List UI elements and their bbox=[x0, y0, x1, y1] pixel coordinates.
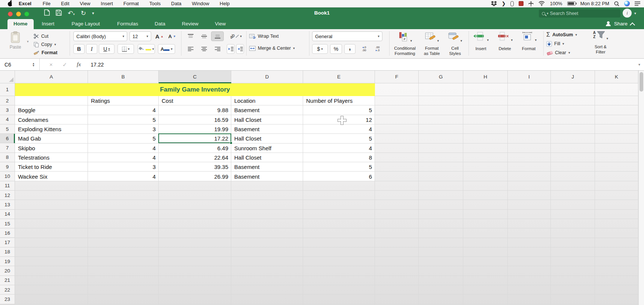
column-header-B[interactable]: B bbox=[88, 71, 159, 83]
column-header-E[interactable]: E bbox=[303, 71, 375, 83]
menu-item-edit[interactable]: Edit bbox=[56, 1, 74, 6]
cell-A4[interactable]: Codenames bbox=[18, 115, 85, 124]
merge-dropdown-icon[interactable]: ▾ bbox=[293, 46, 295, 50]
merged-title-cell[interactable]: Family Game Inventory bbox=[15, 83, 375, 96]
column-header-H[interactable]: H bbox=[463, 71, 508, 83]
row-header-14[interactable]: 14 bbox=[0, 210, 15, 219]
menu-item-data[interactable]: Data bbox=[166, 1, 186, 6]
cell-B2[interactable]: Ratings bbox=[91, 96, 156, 105]
cell-D5[interactable]: Basement bbox=[234, 124, 300, 134]
row-header-12[interactable]: 12 bbox=[0, 191, 15, 200]
menu-item-excel[interactable]: Excel bbox=[13, 1, 37, 6]
move-crosshair-icon[interactable] bbox=[528, 1, 534, 6]
cell-C9[interactable]: 39.35 bbox=[162, 162, 228, 172]
scrollbar-thumb[interactable] bbox=[640, 72, 643, 92]
vertical-scrollbar[interactable] bbox=[638, 71, 644, 305]
tab-review[interactable]: Review bbox=[177, 19, 204, 29]
cell-A9[interactable]: Ticket to Ride bbox=[18, 162, 85, 172]
tab-home[interactable]: Home bbox=[7, 19, 34, 29]
row-header-4[interactable]: 4 bbox=[0, 115, 15, 124]
info-dropdown-icon[interactable]: ▾ bbox=[634, 11, 636, 15]
clear-dropdown-icon[interactable]: ▾ bbox=[568, 51, 570, 55]
chevron-right-icon[interactable]: ❯ bbox=[502, 1, 506, 6]
bold-button[interactable]: B bbox=[73, 44, 85, 54]
cell-D7[interactable]: Sunroom Shelf bbox=[234, 144, 300, 153]
row-header-19[interactable]: 19 bbox=[0, 257, 15, 266]
dropbox-icon[interactable] bbox=[491, 1, 497, 6]
percent-format-button[interactable]: % bbox=[330, 44, 342, 54]
fill-color-button[interactable]: ▾ bbox=[138, 44, 155, 54]
decrease-indent-button[interactable] bbox=[227, 44, 235, 54]
sort-filter-button[interactable]: AZ ▾ Sort &Filter bbox=[588, 31, 613, 55]
row-header-7[interactable]: 7 bbox=[0, 144, 15, 153]
row-header-1[interactable]: 1 bbox=[0, 83, 15, 96]
cell-E5[interactable]: 4 bbox=[306, 124, 372, 134]
row-header-3[interactable]: 3 bbox=[0, 105, 15, 115]
menu-item-tools[interactable]: Tools bbox=[144, 1, 166, 6]
align-top-button[interactable] bbox=[184, 31, 197, 41]
notification-center-icon[interactable] bbox=[635, 1, 640, 6]
column-header-J[interactable]: J bbox=[551, 71, 595, 83]
row-header-11[interactable]: 11 bbox=[0, 181, 15, 191]
cell-A7[interactable]: Skipbo bbox=[18, 144, 85, 153]
tab-insert[interactable]: Insert bbox=[37, 19, 60, 29]
cell-E8[interactable]: 8 bbox=[306, 153, 372, 162]
wifi-icon[interactable] bbox=[538, 1, 545, 6]
fill-color-dropdown-icon[interactable]: ▾ bbox=[152, 47, 154, 51]
info-button[interactable]: i bbox=[623, 9, 632, 18]
orientation-button[interactable]: ab ▾ bbox=[228, 31, 244, 41]
row-header-10[interactable]: 10 bbox=[0, 172, 15, 181]
cell-A10[interactable]: Wackee Six bbox=[18, 172, 85, 181]
menu-item-insert[interactable]: Insert bbox=[95, 1, 118, 6]
cell-D8[interactable]: Hall Closet bbox=[234, 153, 300, 162]
confirm-entry-icon[interactable]: ✓ bbox=[62, 61, 67, 68]
merge-center-button[interactable]: Merge & Center▾ bbox=[249, 44, 295, 52]
cell-B3[interactable]: 4 bbox=[91, 105, 156, 115]
format-cells-button[interactable]: ▾ Format bbox=[518, 31, 540, 51]
decrease-decimal-button[interactable]: .00▸.0 bbox=[371, 44, 384, 54]
row-header-6[interactable]: 6 bbox=[0, 134, 15, 143]
format-cells-dropdown-icon[interactable]: ▾ bbox=[535, 38, 537, 42]
copy-button[interactable]: Copy▾ bbox=[34, 40, 56, 49]
autosum-button[interactable]: Σ AutoSum▾ bbox=[546, 31, 577, 39]
align-left-button[interactable] bbox=[184, 44, 197, 54]
capsule-status-icon[interactable] bbox=[510, 1, 514, 6]
row-header-15[interactable]: 15 bbox=[0, 219, 15, 228]
row-header-9[interactable]: 9 bbox=[0, 162, 15, 172]
cell-E7[interactable]: 4 bbox=[306, 144, 372, 153]
row-header-18[interactable]: 18 bbox=[0, 247, 15, 257]
currency-format-button[interactable]: $▾ bbox=[312, 44, 328, 54]
shrink-font-button[interactable]: A▼ bbox=[166, 31, 178, 41]
column-header-A[interactable]: A bbox=[15, 71, 88, 83]
cell-C5[interactable]: 19.99 bbox=[162, 124, 228, 134]
cell-B10[interactable]: 4 bbox=[91, 172, 156, 181]
menu-item-window[interactable]: Window bbox=[187, 1, 214, 6]
row-header-23[interactable]: 23 bbox=[0, 295, 15, 304]
sort-filter-dropdown-icon[interactable]: ▾ bbox=[607, 37, 608, 40]
row-header-17[interactable]: 17 bbox=[0, 238, 15, 247]
delete-dropdown-icon[interactable]: ▾ bbox=[511, 38, 513, 42]
format-painter-button[interactable]: Format bbox=[34, 49, 57, 57]
cell-C4[interactable]: 16.59 bbox=[162, 115, 228, 124]
formula-bar-value[interactable]: 17.22 bbox=[91, 62, 104, 68]
column-header-G[interactable]: G bbox=[419, 71, 463, 83]
fill-handle[interactable] bbox=[230, 142, 232, 144]
cell-D6[interactable]: Hall Closet bbox=[234, 134, 300, 143]
align-right-button[interactable] bbox=[211, 44, 224, 54]
formula-bar-expand-icon[interactable]: ▾ bbox=[638, 62, 640, 67]
insert-function-button[interactable]: fx bbox=[77, 61, 81, 68]
spotlight-search-icon[interactable] bbox=[614, 1, 619, 6]
cell-D2[interactable]: Location bbox=[234, 96, 300, 105]
insert-cells-button[interactable]: ▾ Insert bbox=[470, 31, 492, 51]
borders-dropdown-icon[interactable]: ▾ bbox=[128, 47, 130, 51]
tab-page-layout[interactable]: Page Layout bbox=[66, 19, 105, 29]
row-header-22[interactable]: 22 bbox=[0, 285, 15, 295]
search-scope-dropdown-icon[interactable]: ▾ bbox=[547, 12, 549, 15]
fill-button[interactable]: Fill▾ bbox=[546, 40, 564, 48]
search-sheet-input[interactable]: ▾ Search Sheet bbox=[539, 9, 620, 18]
cell-styles-dropdown-icon[interactable]: ▾ bbox=[460, 39, 462, 43]
orientation-dropdown-icon[interactable]: ▾ bbox=[240, 34, 242, 38]
cell-C7[interactable]: 6.49 bbox=[162, 144, 228, 153]
underline-button[interactable]: U▾ bbox=[99, 44, 115, 54]
borders-button[interactable]: ▾ bbox=[117, 44, 134, 54]
